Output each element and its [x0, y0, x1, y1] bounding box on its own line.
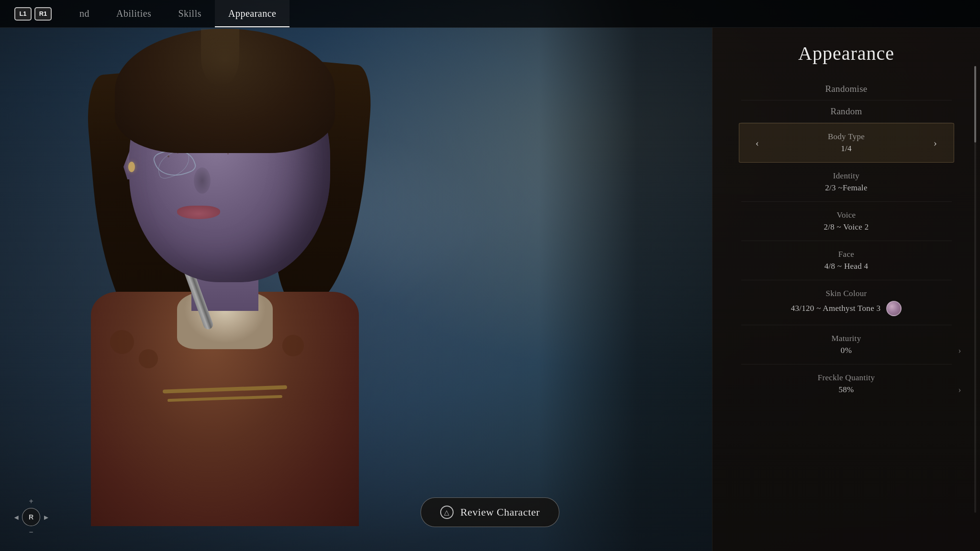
- top-navigation: L1 R1 nd Abilities Skills Appearance: [0, 0, 980, 28]
- skin-colour-swatch[interactable]: [886, 301, 902, 316]
- maturity-label: Maturity: [741, 334, 952, 343]
- body-type-center: Body Type 1/4: [766, 132, 927, 154]
- body-type-row: ‹ Body Type 1/4 ›: [749, 132, 944, 154]
- tab-abilities[interactable]: Abilities: [103, 0, 165, 27]
- camera-r-button[interactable]: R: [22, 508, 40, 526]
- freckle-quantity-value: 58%: [838, 385, 854, 395]
- voice-value: 2/8 ~ Voice 2: [741, 222, 952, 232]
- zoom-in-button[interactable]: +: [29, 497, 33, 506]
- identity-value: 2/3 ~Female: [741, 183, 952, 193]
- skin-colour-item[interactable]: Skin Colour 43/120 ~ Amethyst Tone 3: [741, 280, 952, 325]
- camera-controls: + ◂ R ▸ −: [14, 497, 48, 537]
- zoom-minus-row: −: [29, 528, 33, 537]
- voice-label: Voice: [741, 210, 952, 220]
- random-label: Random: [741, 100, 952, 123]
- r1-button[interactable]: R1: [34, 7, 52, 21]
- triangle-icon: △: [440, 506, 454, 519]
- freckle-arrow-icon: ›: [958, 385, 961, 395]
- body-type-item[interactable]: ‹ Body Type 1/4 ›: [739, 123, 954, 163]
- skin-colour-row: 43/120 ~ Amethyst Tone 3: [741, 301, 952, 316]
- maturity-arrow-icon: ›: [958, 346, 961, 356]
- scrollbar-thumb[interactable]: [974, 66, 976, 143]
- freckle-quantity-item[interactable]: Freckle Quantity 58% ›: [741, 364, 952, 403]
- character-preview: [0, 0, 502, 551]
- maturity-value-row: 0% ›: [741, 346, 952, 355]
- maturity-item[interactable]: Maturity 0% ›: [741, 325, 952, 364]
- character-figure: [24, 19, 455, 521]
- nav-tabs: nd Abilities Skills Appearance: [66, 0, 290, 27]
- tab-appearance[interactable]: Appearance: [215, 0, 290, 27]
- freckle-quantity-label: Freckle Quantity: [741, 373, 952, 383]
- panel-title: Appearance: [798, 42, 894, 65]
- scrollbar-track[interactable]: [974, 66, 976, 513]
- maturity-value: 0%: [841, 346, 852, 355]
- face-label: Face: [741, 250, 952, 259]
- face-item[interactable]: Face 4/8 ~ Head 4: [741, 241, 952, 280]
- appearance-list: Randomise Random ‹ Body Type 1/4 › Ident…: [713, 78, 980, 403]
- controller-buttons: L1 R1: [14, 7, 52, 21]
- randomise-button[interactable]: Randomise: [741, 78, 952, 100]
- camera-row: ◂ R ▸: [14, 508, 48, 526]
- zoom-plus-row: +: [29, 497, 33, 506]
- identity-item[interactable]: Identity 2/3 ~Female: [741, 163, 952, 202]
- l1-button[interactable]: L1: [14, 7, 32, 21]
- zoom-out-button[interactable]: −: [29, 528, 33, 537]
- pan-left-button[interactable]: ◂: [14, 513, 18, 522]
- appearance-panel: Appearance Randomise Random ‹ Body Type …: [712, 28, 980, 551]
- review-character-button[interactable]: △ Review Character: [421, 497, 559, 527]
- body-type-prev-arrow[interactable]: ‹: [749, 134, 766, 152]
- pan-right-button[interactable]: ▸: [44, 513, 48, 522]
- voice-item[interactable]: Voice 2/8 ~ Voice 2: [741, 202, 952, 241]
- tab-skills[interactable]: Skills: [165, 0, 215, 27]
- identity-label: Identity: [741, 171, 952, 181]
- body-type-label: Body Type: [766, 132, 927, 142]
- body-type-next-arrow[interactable]: ›: [927, 134, 944, 152]
- freckle-value-row: 58% ›: [741, 385, 952, 395]
- face-value: 4/8 ~ Head 4: [741, 262, 952, 271]
- tab-background[interactable]: nd: [66, 0, 103, 27]
- skin-colour-value: 43/120 ~ Amethyst Tone 3: [791, 304, 881, 313]
- skin-colour-label: Skin Colour: [741, 289, 952, 298]
- review-button-label: Review Character: [460, 506, 540, 518]
- body-type-value: 1/4: [766, 144, 927, 154]
